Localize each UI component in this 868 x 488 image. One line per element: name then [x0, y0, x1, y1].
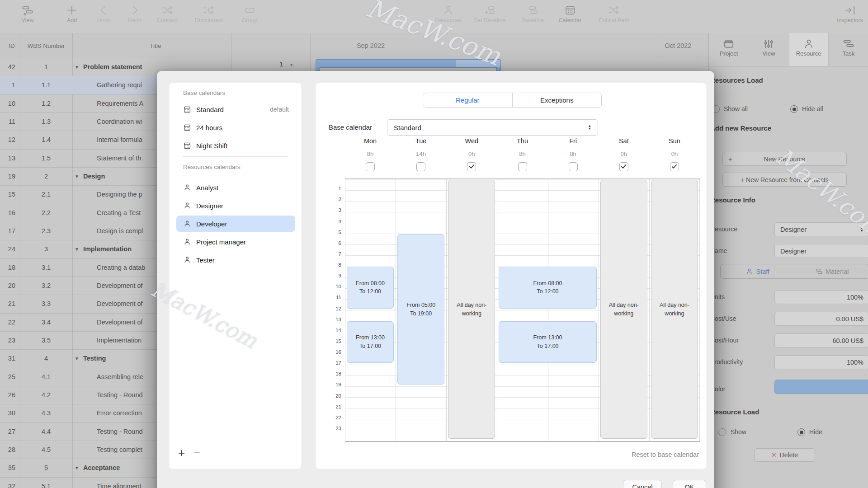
toolbar-item-label: Connect	[157, 17, 178, 23]
productivity-field[interactable]: 100%	[774, 355, 868, 369]
all-day-non-working-block[interactable]: All day non-working	[600, 180, 647, 439]
gantt-summary-bar[interactable]	[316, 59, 501, 68]
name-field[interactable]: Designer	[774, 244, 868, 258]
hour-label: 12	[328, 306, 341, 311]
timeline-month-sep: Sep 2022	[357, 42, 385, 49]
ok-button[interactable]: OK	[673, 480, 706, 488]
toolbar-item-calendar[interactable]: Calendar	[559, 4, 582, 23]
toolbar-item-critical-path[interactable]: Critical Path	[599, 4, 629, 23]
cell-wbs: 3.4	[20, 319, 72, 326]
add-calendar-button[interactable]: +	[178, 447, 185, 458]
tab-staff[interactable]: Staff	[721, 264, 795, 278]
base-calendar-select[interactable]: Standard ▲▼	[387, 119, 598, 136]
cell-title: Creating a datab	[97, 264, 145, 271]
cell-wbs: 3	[20, 245, 72, 253]
remove-calendar-button[interactable]: −	[193, 447, 200, 458]
inspector-tab-resource[interactable]: Resource	[789, 33, 829, 66]
disclosure-triangle-icon[interactable]: ▼	[75, 65, 79, 70]
all-day-non-working-block[interactable]: All day non-working	[448, 180, 495, 439]
toolbar-item-label: Calendar	[559, 17, 582, 23]
grid-day-line	[599, 179, 599, 441]
non-working-checkbox-sat[interactable]	[619, 162, 628, 171]
sidebar-divider	[183, 156, 288, 157]
resource-calendar-item-project-manager[interactable]: Project manager	[176, 234, 295, 250]
toolbar-item-label: Baseline	[522, 17, 544, 23]
non-working-checkbox-mon[interactable]	[366, 162, 375, 171]
cell-id: 20	[0, 282, 15, 289]
units-field[interactable]: 100%	[774, 290, 868, 304]
color-swatch[interactable]	[774, 380, 868, 394]
toolbar-item-undo[interactable]: Undo	[97, 4, 111, 23]
reset-to-base-calendar-button[interactable]: Reset to base calendar	[632, 451, 699, 458]
toolbar-item-connect[interactable]: Connect	[157, 4, 178, 23]
tab-exceptions[interactable]: Exceptions	[513, 93, 602, 107]
cell-title: Assembling rele	[97, 373, 143, 380]
toolbar-item-inspectors[interactable]: Inspectors	[837, 4, 863, 23]
cell-title: Coordination wi	[97, 118, 142, 125]
hide-all-label[interactable]: Hide all	[802, 105, 823, 113]
divider-month	[659, 35, 659, 58]
gantt-bar-progress	[456, 60, 500, 67]
inspector-tab-project[interactable]: Project	[709, 33, 749, 66]
tab-regular[interactable]: Regular	[423, 93, 513, 107]
non-working-checkbox-fri[interactable]	[569, 162, 578, 171]
tab-material[interactable]: Material	[795, 264, 868, 278]
inspector-tab-view[interactable]: View	[749, 33, 788, 66]
working-time-block[interactable]: From 13:00To 17:00	[347, 321, 394, 363]
working-time-block[interactable]: From 08:00To 12:00	[347, 267, 394, 309]
hour-label: 5	[328, 230, 341, 235]
base-calendar-item-standard[interactable]: Standarddefault	[176, 101, 295, 117]
cell-id: 32	[0, 483, 15, 488]
disclosure-triangle-icon[interactable]: ▼	[75, 356, 79, 361]
cost-hour-field[interactable]: 60.00 US$	[774, 333, 868, 347]
new-resource-from-contacts-button[interactable]: + New Resource from Contacts	[722, 173, 847, 187]
resource-calendar-item-analyst[interactable]: Analyst	[176, 179, 295, 196]
disclosure-triangle-icon[interactable]: ▼	[75, 247, 79, 252]
toolbar-item-resources[interactable]: Resources	[435, 4, 462, 23]
working-time-block[interactable]: From 05:00To 19:00	[397, 234, 444, 385]
hide-all-radio[interactable]	[790, 105, 798, 113]
resource-calendar-item-developer[interactable]: Developer	[176, 216, 295, 232]
base-calendar-item-24-hours[interactable]: 24 hours	[176, 119, 295, 136]
toolbar-item-redo[interactable]: Redo	[128, 4, 142, 23]
cell-title: ▼Design	[75, 173, 105, 180]
disclosure-triangle-icon[interactable]: ▼	[75, 174, 79, 179]
disclosure-triangle-icon[interactable]: ▼	[75, 465, 79, 470]
day-hours-mon: 8h	[345, 150, 396, 157]
cancel-button[interactable]: Cancel	[623, 480, 662, 488]
hide-label[interactable]: Hide	[809, 428, 822, 436]
calendar-icon	[183, 141, 191, 150]
non-working-checkbox-thu[interactable]	[518, 162, 527, 171]
toolbar-item-add[interactable]: Add	[66, 4, 78, 23]
cost-use-field[interactable]: 0.00 US$	[774, 312, 868, 326]
toolbar-item-set-baseline[interactable]: Set Baseline	[474, 4, 505, 23]
resource-calendar-item-designer[interactable]: Designer	[176, 197, 295, 214]
toolbar-item-baseline[interactable]: Baseline	[522, 4, 544, 23]
toolbar-item-view[interactable]: View	[22, 4, 34, 23]
resource-select[interactable]: Designer ▲▼	[774, 222, 868, 236]
predecessor-dropdown[interactable]: 1▼	[279, 60, 293, 68]
base-calendar-item-night-shift[interactable]: Night Shift	[176, 137, 295, 154]
cell-id: 27	[0, 428, 15, 435]
show-all-label[interactable]: Show all	[724, 105, 748, 113]
new-resource-button[interactable]: + New Resource	[722, 152, 847, 166]
day-header-sat: Sat	[599, 137, 649, 145]
group-icon	[244, 4, 256, 16]
show-label[interactable]: Show	[731, 428, 746, 436]
working-time-block[interactable]: From 13:00To 17:00	[499, 321, 596, 363]
non-working-checkbox-sun[interactable]	[670, 162, 679, 171]
delete-button[interactable]: ✕ Delete	[754, 448, 815, 462]
cell-wbs: 3.3	[20, 300, 72, 307]
hide-radio[interactable]	[797, 428, 805, 436]
show-radio[interactable]	[718, 428, 726, 436]
inspector-tab-task[interactable]: Task	[829, 33, 868, 66]
toolbar-item-group[interactable]: Group	[242, 4, 258, 23]
resource-type-tabs: Staff Material	[720, 264, 868, 279]
non-working-checkbox-wed[interactable]	[467, 162, 476, 171]
all-day-non-working-block[interactable]: All day non-working	[651, 180, 698, 439]
working-time-block[interactable]: From 08:00To 12:00	[499, 267, 596, 309]
resource-calendar-item-tester[interactable]: Tester	[176, 252, 295, 268]
non-working-checkbox-tue[interactable]	[416, 162, 425, 171]
toolbar-item-disconnect[interactable]: Disconnect	[195, 4, 223, 23]
toolbar-item-label: Redo	[128, 17, 142, 23]
